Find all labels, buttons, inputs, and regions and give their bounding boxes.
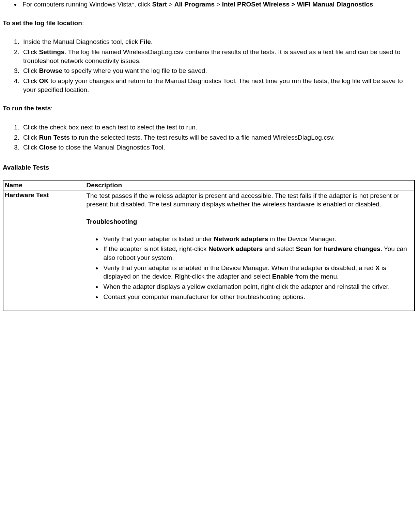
bold: Close bbox=[39, 144, 57, 151]
col-description: Description bbox=[85, 180, 415, 190]
text: and select bbox=[263, 245, 296, 252]
text: Click bbox=[23, 67, 39, 74]
step: Click the check box next to each test to… bbox=[21, 123, 417, 132]
text: from the menu. bbox=[293, 273, 339, 280]
troubleshooting-heading: Troubleshooting bbox=[87, 217, 413, 226]
set-log-location-steps: Inside the Manual Diagnostics tool, clic… bbox=[0, 37, 417, 94]
step: Inside the Manual Diagnostics tool, clic… bbox=[21, 37, 417, 46]
text: Click bbox=[23, 144, 39, 151]
text: Click bbox=[23, 77, 39, 84]
bold: Run Tests bbox=[39, 134, 69, 141]
bold: X bbox=[375, 264, 380, 271]
step: Click Close to close the Manual Diagnost… bbox=[21, 143, 417, 152]
text: Click bbox=[23, 48, 39, 56]
bold: Network adapters bbox=[214, 235, 268, 242]
available-tests-heading: Available Tests bbox=[0, 164, 417, 171]
text: For computers running Windows Vista*, cl… bbox=[22, 1, 152, 8]
text: > bbox=[167, 1, 174, 8]
text: Verify that your adapter is listed under bbox=[104, 235, 214, 242]
intro-list: For computers running Windows Vista*, cl… bbox=[0, 0, 417, 9]
table-row: Hardware Test The test passes if the wir… bbox=[3, 190, 415, 311]
text: Inside the Manual Diagnostics tool, clic… bbox=[23, 38, 140, 45]
step: Click Browse to specify where you want t… bbox=[21, 66, 417, 75]
troubleshooting-list: Verify that your adapter is listed under… bbox=[87, 235, 413, 301]
list-item: When the adapter displays a yellow excla… bbox=[102, 282, 413, 291]
text: : bbox=[82, 19, 84, 27]
test-name-cell: Hardware Test bbox=[3, 190, 85, 311]
text: > bbox=[215, 1, 222, 8]
bold: All Programs bbox=[174, 1, 215, 8]
test-description-cell: The test passes if the wireless adapter … bbox=[85, 190, 415, 311]
text: to specify where you want the log file t… bbox=[62, 67, 207, 74]
list-item: If the adapter is not listed, right-clic… bbox=[102, 245, 413, 262]
text: Click bbox=[23, 134, 39, 141]
text: . bbox=[151, 38, 153, 45]
bold: Scan for hardware changes bbox=[296, 245, 380, 252]
bold: Intel PROSet Wireless > WiFi Manual Diag… bbox=[222, 1, 373, 8]
text: to apply your changes and return to the … bbox=[23, 77, 403, 93]
bold: Browse bbox=[39, 67, 62, 74]
section-set-log-location: To set the log file location: bbox=[0, 19, 417, 28]
table-header-row: Name Description bbox=[3, 180, 415, 190]
text: . bbox=[373, 1, 375, 8]
text: If the adapter is not listed, right-clic… bbox=[104, 245, 208, 252]
list-item: Contact your computer manufacturer for o… bbox=[102, 293, 413, 301]
text: to close the Manual Diagnostics Tool. bbox=[57, 144, 165, 151]
step: Click Run Tests to run the selected test… bbox=[21, 133, 417, 142]
col-name: Name bbox=[3, 180, 85, 190]
list-item: Verify that your adapter is enabled in t… bbox=[102, 264, 413, 281]
text: to run the selected tests. The test resu… bbox=[70, 134, 335, 141]
list-item: Verify that your adapter is listed under… bbox=[102, 235, 413, 244]
step: Click OK to apply your changes and retur… bbox=[21, 77, 417, 94]
text: . The log file named WirelessDiagLog.csv… bbox=[23, 48, 400, 64]
section-lead: To set the log file location bbox=[3, 19, 82, 27]
intro-item: For computers running Windows Vista*, cl… bbox=[20, 0, 417, 9]
bold: OK bbox=[39, 77, 49, 84]
text: : bbox=[51, 105, 52, 112]
test-name: Hardware Test bbox=[5, 191, 49, 199]
bold: Settings bbox=[39, 48, 64, 56]
bold: Start bbox=[152, 1, 167, 8]
section-run-tests: To run the tests: bbox=[0, 104, 417, 113]
text: Verify that your adapter is enabled in t… bbox=[104, 264, 375, 271]
tests-table: Name Description Hardware Test The test … bbox=[3, 180, 415, 311]
section-lead: To run the tests bbox=[3, 105, 51, 112]
bold: Enable bbox=[272, 273, 293, 280]
run-tests-steps: Click the check box next to each test to… bbox=[0, 123, 417, 152]
bold: Network adapters bbox=[208, 245, 263, 252]
desc-paragraph: The test passes if the wireless adapter … bbox=[87, 191, 413, 209]
bold: File bbox=[140, 38, 151, 45]
step: Click Settings. The log file named Wirel… bbox=[21, 48, 417, 65]
text: in the Device Manager. bbox=[268, 235, 336, 242]
